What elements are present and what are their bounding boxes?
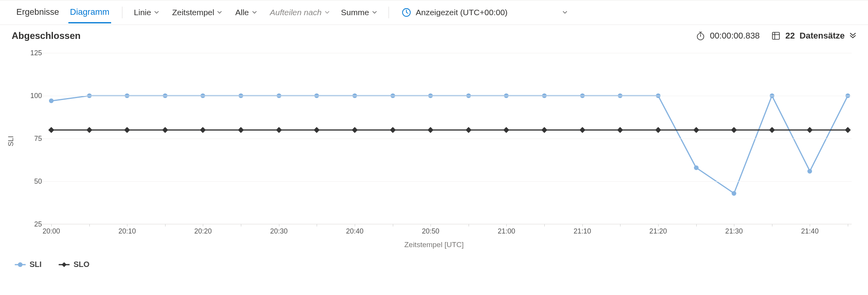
- gridline: [40, 53, 852, 53]
- gridline: [40, 224, 852, 225]
- x-tick-mark: [355, 224, 355, 227]
- toolbar: Ergebnisse Diagramm Linie Zeitstempel Al…: [0, 0, 868, 25]
- x-tick-mark: [848, 224, 848, 227]
- chart-type-dropdown[interactable]: Linie: [130, 5, 163, 19]
- chevron-down-icon: [217, 10, 222, 15]
- x-tick-mark: [241, 224, 241, 227]
- x-tick-mark: [317, 224, 317, 227]
- tab-results[interactable]: Ergebnisse: [12, 2, 64, 23]
- record-count-value: 22: [785, 31, 795, 41]
- clock-icon: [402, 8, 411, 17]
- legend-label-slo: SLO: [73, 260, 89, 269]
- x-tick-mark: [165, 224, 166, 227]
- x-tick-mark: [544, 224, 545, 227]
- status-title: Abgeschlossen: [12, 30, 80, 41]
- status-row: Abgeschlossen 00:00:00.838 22 Datensätze: [0, 25, 868, 45]
- legend-item-slo[interactable]: SLO: [59, 260, 89, 269]
- x-column-dropdown[interactable]: Zeitstempel: [168, 5, 226, 19]
- data-point-sli[interactable]: [807, 169, 812, 174]
- y-tick-label: 75: [23, 135, 42, 143]
- chart-type-label: Linie: [134, 8, 151, 17]
- x-tick-label: 20:20: [194, 227, 212, 235]
- y-columns-dropdown[interactable]: Alle: [231, 5, 260, 19]
- aggregation-dropdown[interactable]: Summe: [337, 5, 381, 19]
- data-point-sli[interactable]: [732, 191, 736, 196]
- x-axis-title: Zeitstempel [UTC]: [404, 241, 464, 249]
- x-tick-label: 21:20: [649, 227, 667, 235]
- x-tick-label: 20:10: [119, 227, 136, 235]
- time-display-dropdown[interactable]: Anzeigezeit (UTC+00:00): [398, 5, 571, 20]
- gridline: [40, 181, 852, 182]
- x-tick-label: 20:40: [346, 227, 363, 235]
- x-tick-mark: [89, 224, 90, 227]
- chart: SLI Zeitstempel [UTC] SLI SLO 2550751001…: [9, 45, 859, 275]
- gridline: [40, 139, 852, 139]
- records-icon: [771, 31, 781, 40]
- x-tick-label: 20:50: [422, 227, 439, 235]
- legend-label-sli: SLI: [30, 260, 42, 269]
- status-right: 00:00:00.838 22 Datensätze: [696, 31, 856, 41]
- x-tick-mark: [127, 224, 127, 227]
- x-tick-mark: [810, 224, 810, 227]
- x-tick-mark: [658, 224, 659, 227]
- chevron-down-icon: [154, 10, 159, 15]
- x-tick-label: 21:40: [801, 227, 819, 235]
- y-tick-label: 25: [23, 220, 42, 228]
- time-display-label: Anzeigezeit (UTC+00:00): [416, 8, 507, 17]
- record-count[interactable]: 22 Datensätze: [771, 31, 856, 41]
- aggregation-label: Summe: [341, 8, 369, 17]
- x-tick-mark: [279, 224, 279, 227]
- query-duration: 00:00:00.838: [696, 31, 760, 41]
- legend-swatch-slo: [59, 262, 70, 267]
- split-by-label: Aufteilen nach: [270, 8, 322, 17]
- chevron-down-icon: [563, 10, 567, 15]
- x-tick-mark: [431, 224, 431, 227]
- x-tick-mark: [582, 224, 583, 227]
- x-tick-mark: [620, 224, 620, 227]
- data-point-sli[interactable]: [49, 98, 54, 103]
- legend-swatch-sli: [15, 262, 26, 267]
- double-chevron-down-icon: [849, 31, 856, 41]
- series-line-sli: [51, 96, 848, 193]
- x-tick-label: 20:30: [270, 227, 288, 235]
- y-columns-label: Alle: [235, 8, 249, 17]
- gridline: [40, 96, 852, 96]
- x-tick-mark: [506, 224, 507, 227]
- query-duration-value: 00:00:00.838: [710, 31, 760, 41]
- y-tick-label: 50: [23, 177, 42, 186]
- x-tick-label: 20:00: [42, 227, 60, 235]
- tab-chart[interactable]: Diagramm: [65, 2, 114, 23]
- x-column-label: Zeitstempel: [172, 8, 214, 17]
- x-tick-mark: [393, 224, 393, 227]
- x-tick-mark: [772, 224, 772, 227]
- data-point-sli[interactable]: [694, 165, 699, 170]
- svg-rect-2: [772, 32, 779, 39]
- legend: SLI SLO: [15, 260, 89, 269]
- chevron-down-icon: [252, 10, 257, 15]
- legend-item-sli[interactable]: SLI: [15, 260, 42, 269]
- x-tick-mark: [203, 224, 203, 227]
- x-tick-mark: [51, 224, 52, 227]
- split-by-dropdown[interactable]: Aufteilen nach: [266, 5, 333, 19]
- y-axis-title: SLI: [7, 136, 15, 146]
- x-tick-mark: [734, 224, 734, 227]
- x-tick-mark: [469, 224, 469, 227]
- y-tick-label: 125: [23, 49, 42, 57]
- y-tick-label: 100: [23, 92, 42, 100]
- chevron-down-icon: [372, 10, 377, 15]
- record-count-label: Datensätze: [800, 31, 845, 41]
- chevron-down-icon: [325, 10, 329, 15]
- x-tick-label: 21:00: [498, 227, 515, 235]
- x-tick-mark: [696, 224, 697, 227]
- stopwatch-icon: [696, 31, 705, 40]
- x-tick-label: 21:30: [725, 227, 743, 235]
- x-tick-label: 21:10: [573, 227, 591, 235]
- separator: [122, 7, 122, 18]
- separator: [389, 7, 389, 18]
